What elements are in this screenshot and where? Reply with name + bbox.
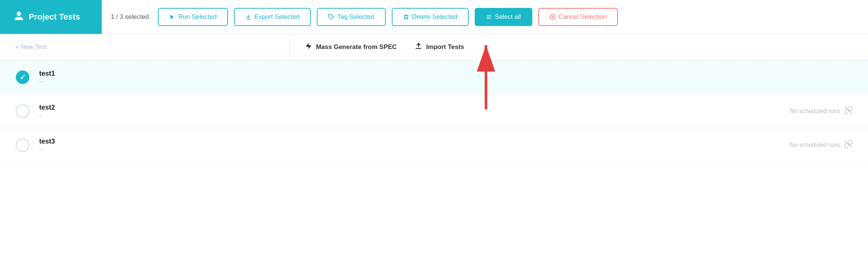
run-selected-button[interactable]: Run Selected <box>158 8 228 26</box>
test2-name: test2 <box>39 104 781 112</box>
test3-name: test3 <box>39 138 781 145</box>
new-test-button[interactable]: + New Test <box>15 43 47 51</box>
test1-name: test1 <box>39 70 853 78</box>
checkbox-test1[interactable]: ✓ <box>15 70 30 85</box>
test2-desc: -- <box>39 112 781 119</box>
no-runs-test3: No scheduled runs <box>790 139 853 151</box>
upload-icon <box>415 42 422 52</box>
test1-desc: -- <box>39 78 853 85</box>
main-content: + New Test Mass Generate from SPEC Impor… <box>0 34 868 260</box>
header: Project Tests 1 / 3 selected Run Selecte… <box>0 0 868 34</box>
no-runs-test2: No scheduled runs <box>790 106 853 117</box>
checkbox-circle-empty <box>16 104 29 118</box>
test3-desc: -- <box>39 146 781 153</box>
svg-rect-3 <box>487 17 491 17</box>
test3-info: test3 -- <box>39 138 781 153</box>
unlink-icon <box>844 139 853 151</box>
project-icon <box>14 11 24 23</box>
svg-marker-0 <box>170 15 174 19</box>
project-title: Project Tests <box>29 12 80 22</box>
table-row: test2 -- No scheduled runs <box>0 94 868 128</box>
table-row: test3 -- No scheduled runs <box>0 128 868 162</box>
test-list: ✓ test1 -- test2 -- No scheduled runs <box>0 60 868 260</box>
delete-selected-button[interactable]: Delete Selected <box>392 8 469 26</box>
svg-rect-4 <box>487 18 491 18</box>
mass-generate-button[interactable]: Mass Generate from SPEC <box>305 42 397 52</box>
checkbox-circle-empty <box>16 138 29 152</box>
import-tests-button[interactable]: Import Tests <box>415 42 464 52</box>
bolt-icon <box>305 42 312 52</box>
unlink-icon <box>844 106 853 117</box>
svg-rect-2 <box>487 15 491 15</box>
tag-selected-button[interactable]: Tag Selected <box>317 8 385 26</box>
header-actions: 1 / 3 selected Run Selected Export Selec… <box>102 0 868 34</box>
cancel-selection-button[interactable]: Cancel Selection <box>538 8 618 26</box>
checkbox-test3[interactable] <box>15 138 30 153</box>
select-all-button[interactable]: Select all <box>475 8 532 26</box>
checkbox-test2[interactable] <box>15 104 30 119</box>
action-bar-right: Mass Generate from SPEC Import Tests <box>290 42 853 52</box>
action-bar-left: + New Test <box>15 34 290 60</box>
checkmark-icon: ✓ <box>20 73 26 81</box>
test1-info: test1 -- <box>39 70 853 85</box>
checkbox-circle-checked: ✓ <box>16 70 29 84</box>
svg-marker-8 <box>306 43 311 49</box>
test2-info: test2 -- <box>39 104 781 119</box>
action-bar: + New Test Mass Generate from SPEC Impor… <box>0 34 868 60</box>
project-title-area: Project Tests <box>0 0 102 34</box>
export-selected-button[interactable]: Export Selected <box>234 8 311 26</box>
selected-count: 1 / 3 selected <box>111 13 149 21</box>
table-row: ✓ test1 -- <box>0 60 868 94</box>
